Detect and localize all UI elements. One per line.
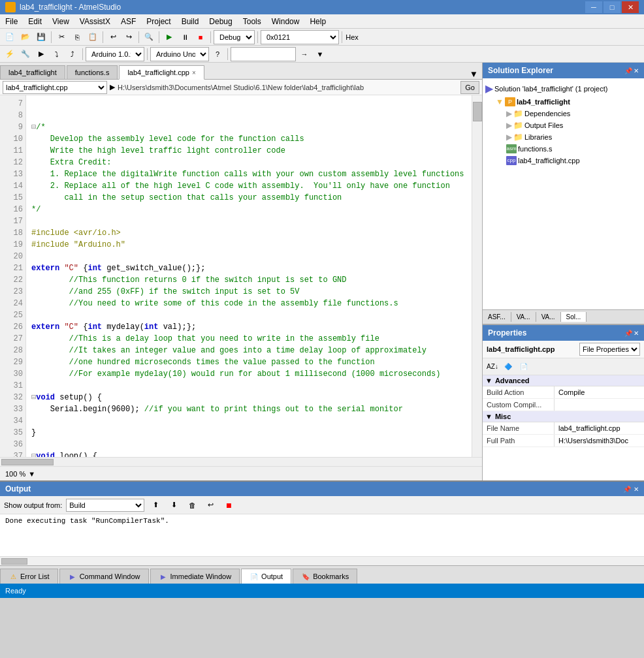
menu-vassistx[interactable]: VAssistX: [74, 14, 116, 28]
h-scrollbar-thumb[interactable]: [1, 459, 54, 465]
prop-type-select[interactable]: File Properties: [579, 343, 640, 356]
tb-sep5: [210, 31, 211, 43]
se-tab-va1[interactable]: VA...: [511, 312, 536, 322]
project-label: lab4_trafficlight: [517, 98, 570, 106]
tree-item-functions-s[interactable]: asm functions.s: [485, 143, 641, 155]
tree-item-lab4-cpp[interactable]: cpp lab4_trafficlight.cpp: [485, 155, 641, 166]
se-tab-asf[interactable]: ASF...: [483, 312, 511, 322]
close-button[interactable]: ✕: [622, 1, 639, 13]
tab-lab4-cpp[interactable]: lab4_trafficlight.cpp ×: [119, 65, 204, 80]
zoom-dropdown-icon[interactable]: ▼: [28, 470, 35, 478]
prop-header: Properties 📌 ✕: [483, 325, 644, 341]
output-source-select[interactable]: Build: [66, 499, 144, 512]
menu-debug[interactable]: Debug: [204, 14, 237, 28]
tb-paste[interactable]: 📋: [86, 30, 100, 44]
misc-collapse-icon[interactable]: ▼: [485, 413, 492, 420]
output-prev-btn[interactable]: ⬆: [148, 498, 163, 512]
prop-section-advanced: ▼ Advanced: [483, 375, 644, 386]
device-select[interactable]: Arduino Uno: [150, 47, 209, 61]
scrollbar-thumb[interactable]: [473, 102, 482, 121]
tb-open[interactable]: 📂: [18, 30, 33, 44]
se-pin-btn[interactable]: 📌: [624, 67, 632, 74]
menu-window[interactable]: Window: [266, 14, 305, 28]
output-h-scrollbar-thumb[interactable]: [1, 558, 27, 565]
tb-pause[interactable]: ⏸: [178, 30, 192, 44]
code-content[interactable]: ⊟/* Develop the assembly level code for …: [26, 95, 472, 457]
tb-stop[interactable]: ■: [193, 30, 208, 44]
tree-item-output[interactable]: ▶ 📁 Output Files: [485, 119, 641, 131]
tab-output[interactable]: 📄 Output: [241, 569, 291, 584]
tb2-search-go[interactable]: →: [297, 47, 312, 61]
tb2-help[interactable]: ?: [210, 47, 225, 61]
output-next-btn[interactable]: ⬇: [167, 498, 181, 512]
tree-item-libraries[interactable]: ▶ 📁 Libraries: [485, 131, 641, 143]
file-select-dropdown[interactable]: lab4_trafficlight.cpp: [3, 81, 107, 94]
menu-asf[interactable]: ASF: [116, 14, 141, 28]
tree-project[interactable]: ▼ P lab4_trafficlight: [485, 96, 641, 108]
maximize-button[interactable]: □: [604, 1, 620, 13]
menu-help[interactable]: Help: [304, 14, 331, 28]
advanced-collapse-icon[interactable]: ▼: [485, 377, 492, 384]
menu-project[interactable]: Project: [141, 14, 176, 28]
output-wrap-btn[interactable]: ↩: [203, 498, 217, 512]
tb2-btn2[interactable]: 🔧: [18, 47, 33, 61]
tb-undo[interactable]: ↩: [106, 30, 120, 44]
tb-redo[interactable]: ↪: [121, 30, 136, 44]
output-stop-btn[interactable]: ⏹: [221, 498, 236, 512]
tb-find[interactable]: 🔍: [142, 30, 156, 44]
output-clear-btn[interactable]: 🗑: [185, 498, 199, 512]
close-tab-icon[interactable]: ×: [192, 69, 196, 76]
tb-play[interactable]: ▶: [162, 30, 176, 44]
device-dropdown[interactable]: 0x0121: [261, 30, 339, 44]
tree-item-dependencies[interactable]: ▶ 📁 Dependencies: [485, 108, 641, 119]
debug-config-dropdown[interactable]: Debug: [214, 30, 255, 44]
advanced-section-label: Advanced: [495, 377, 530, 384]
menu-edit[interactable]: Edit: [23, 14, 47, 28]
tb-save[interactable]: 💾: [34, 30, 48, 44]
board-select[interactable]: Arduino 1.0.x: [86, 47, 144, 61]
tb-hex[interactable]: Hex: [345, 30, 359, 44]
output-close-btn[interactable]: ✕: [634, 486, 639, 493]
prop-sort-cat-btn[interactable]: 🔷: [501, 360, 515, 374]
tb2-btn3[interactable]: ▶: [34, 47, 48, 61]
tab-bookmarks[interactable]: 🔖 Bookmarks: [293, 569, 357, 584]
tab-functions[interactable]: functions.s: [67, 65, 118, 79]
tab-lab4[interactable]: lab4_trafficlight: [0, 65, 65, 79]
menu-tools[interactable]: Tools: [238, 14, 266, 28]
tb-cut[interactable]: ✂: [54, 30, 69, 44]
prop-close-btn[interactable]: ✕: [634, 330, 639, 337]
se-tab-sol[interactable]: Sol...: [561, 312, 587, 322]
menu-file[interactable]: File: [0, 14, 23, 28]
minimize-button[interactable]: ─: [585, 1, 602, 13]
prop-custom-compile-value[interactable]: [555, 399, 644, 411]
vertical-scrollbar[interactable]: [472, 95, 482, 457]
horizontal-scrollbar[interactable]: [0, 457, 482, 466]
search-box[interactable]: [231, 47, 296, 61]
tb2-btn4[interactable]: ⤵: [50, 47, 64, 61]
tb-sep6: [257, 31, 258, 43]
tab-overflow-btn[interactable]: ▼: [466, 69, 482, 79]
tb-new[interactable]: 📄: [3, 30, 17, 44]
prop-sort-alpha-btn[interactable]: AZ↓: [485, 360, 500, 374]
tab-error-list[interactable]: ⚠ Error List: [0, 569, 58, 584]
tb2-btn5[interactable]: ⤴: [65, 47, 80, 61]
menu-bar: File Edit View VAssistX ASF Project Buil…: [0, 14, 644, 29]
tb2-menu[interactable]: ▼: [313, 47, 327, 61]
prop-pin-btn[interactable]: 📌: [624, 330, 632, 337]
menu-view[interactable]: View: [47, 14, 74, 28]
tab-command-window[interactable]: ▶ Command Window: [59, 569, 149, 584]
se-close-btn[interactable]: ✕: [634, 67, 639, 74]
se-tab-va2[interactable]: VA...: [536, 312, 561, 322]
output-pin-btn[interactable]: 📌: [623, 486, 631, 493]
prop-page-btn[interactable]: 📄: [517, 360, 531, 374]
tab-immediate-window[interactable]: ▶ Immediate Window: [150, 569, 240, 584]
tb2-btn1[interactable]: ⚡: [3, 47, 17, 61]
se-tree: ▶ Solution 'lab4_trafficlight' (1 projec…: [483, 78, 644, 309]
tb-copy[interactable]: ⎘: [70, 30, 84, 44]
tree-solution[interactable]: ▶ Solution 'lab4_trafficlight' (1 projec…: [485, 81, 641, 96]
output-content[interactable]: Done executing task "RunCompilerTask".: [0, 514, 644, 556]
go-button[interactable]: Go: [460, 81, 479, 94]
prop-build-action-value[interactable]: Compile: [555, 386, 644, 398]
output-scrollbar[interactable]: [0, 556, 644, 565]
menu-build[interactable]: Build: [176, 14, 204, 28]
